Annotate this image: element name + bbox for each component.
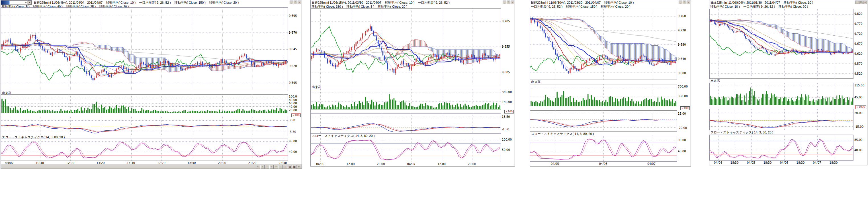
x-axis-label: 04/06 (316, 163, 324, 166)
macd-chart[interactable] (530, 110, 677, 132)
x-axis-label: 20:00 (468, 163, 476, 166)
axis-label: -1.50 (502, 128, 509, 131)
axis-label: 60.00 (289, 102, 297, 105)
axis-label: 100.0 (289, 95, 297, 98)
grid-toggle-icon[interactable]: ▦ (292, 165, 297, 169)
zoom-in-icon[interactable]: + (274, 165, 278, 169)
minimize-button[interactable]: _ (855, 1, 859, 4)
x-axis-label: 12:00 (346, 163, 354, 166)
price-chart[interactable] (709, 9, 854, 79)
mini-toolbar: ▼ × (1, 0, 32, 5)
axis-label: 40.00 (854, 148, 863, 152)
mini-window-titlebar[interactable] (1, 1, 9, 5)
axis-label: 9,620 (854, 52, 863, 55)
x-axis-label: 04/07 (647, 162, 656, 165)
scroll-end-icon[interactable]: » (270, 165, 274, 169)
restore-button[interactable]: □ (507, 1, 510, 4)
x-axis-label: 04/07 (5, 161, 14, 165)
axis-label: 9,600 (678, 71, 686, 75)
price-axis: 9,7609,7209,6809,6409,600 (677, 9, 690, 80)
axis-label: 9,595 (289, 81, 297, 84)
x-axis-label: 04/04 (714, 161, 722, 164)
axis-label: 9,645 (289, 48, 297, 51)
volume-chart[interactable] (709, 83, 854, 105)
axis-label: 9,605 (502, 71, 510, 74)
axis-label: 9,770 (854, 22, 863, 25)
volume-label: 出来高 (2, 91, 11, 95)
settings-icon[interactable]: ≡ (297, 165, 301, 169)
macd-chart[interactable] (1, 117, 288, 135)
volume-canvas (311, 89, 501, 109)
volume-chart[interactable] (311, 89, 501, 109)
time-axis: 04/0418:3004/0518:3004/0618:3004/0718:30 (709, 161, 867, 165)
window-controls: _□× (855, 1, 867, 4)
axis-label: 360.00 (502, 90, 512, 93)
window-controls: _□× (503, 1, 514, 4)
stoch-chart[interactable] (709, 135, 854, 161)
mini-close-button[interactable]: × (28, 1, 32, 5)
close-button[interactable]: × (510, 1, 514, 4)
macd-pane: 15.00-20.00 (530, 110, 690, 132)
macd-chart[interactable] (311, 113, 501, 134)
chart-window-15min: 日経225mini 11/06(15分), 2011/03/30 - 2011/… (310, 0, 515, 167)
restore-button[interactable]: □ (293, 1, 297, 4)
scroll-right-icon[interactable]: › (265, 165, 269, 169)
chevron-down-icon: ▼ (25, 1, 27, 4)
axis-label: 40.00 (289, 105, 297, 108)
period-selector-combobox[interactable]: ▼ (10, 1, 27, 4)
minimize-button[interactable]: _ (290, 1, 293, 4)
volume-canvas (530, 84, 677, 106)
close-button[interactable]: × (863, 1, 867, 4)
axis-label: 100.00 (502, 138, 512, 141)
axis-label: 85.00 (854, 138, 863, 141)
macd-canvas (311, 114, 501, 133)
price-chart[interactable] (311, 8, 501, 85)
axis-label: 9,820 (854, 12, 863, 16)
stoch-chart[interactable] (530, 136, 677, 162)
macd-canvas (1, 117, 288, 135)
price-canvas (1, 8, 288, 90)
stoch-label: スロー・ストキャスティクス( 14, 3, 80, 20 ) (2, 135, 65, 139)
axis-label: 80.00 (289, 99, 297, 102)
axis-label: 50.00 (502, 148, 510, 152)
stoch-label: スロー・ストキャスティクス( 14, 3, 80, 20 ) (312, 134, 374, 137)
axis-label: 160.00 (502, 100, 512, 103)
chart-window-titlebar[interactable]: 日経225mini 11/06(30分), 2011/03/30 - 2011/… (530, 0, 690, 9)
price-chart[interactable] (530, 9, 677, 80)
scroll-start-icon[interactable]: « (256, 165, 260, 169)
volume-multiplier-badge: ×100 (504, 110, 514, 113)
stoch-chart[interactable] (1, 139, 288, 161)
macd-chart[interactable] (709, 109, 854, 130)
axis-label: 9,695 (289, 14, 297, 17)
volume-axis: 100.080.0060.0040.0020.00 (288, 94, 302, 113)
zoom-out-icon[interactable]: − (279, 165, 283, 169)
chart-window-titlebar[interactable]: 日経225mini 11/06(15分), 2011/03/30 - 2011/… (311, 0, 515, 8)
axis-label: 9,640 (678, 57, 686, 60)
x-axis-label: 10:40 (36, 161, 44, 165)
axis-label: 40.00 (678, 149, 686, 153)
stoch-chart[interactable] (311, 138, 501, 162)
minimize-button[interactable]: _ (503, 1, 506, 4)
close-button[interactable]: × (298, 1, 301, 4)
bar-mode-icon[interactable]: ▤ (288, 165, 292, 169)
price-canvas (311, 8, 501, 85)
axis-label: 9,655 (502, 45, 510, 48)
restore-button[interactable]: □ (859, 1, 863, 4)
chart-title: 日経225mini 11/06( 5分), 2011/04/04 - 2011/… (2, 1, 297, 5)
volume-chart[interactable] (1, 94, 288, 113)
x-axis-label: 18:30 (830, 161, 838, 164)
price-chart[interactable] (1, 7, 288, 91)
volume-chart[interactable] (530, 84, 677, 106)
chart-window-titlebar[interactable]: 日経225mini 11/06( 5分), 2011/04/04 - 2011/… (1, 0, 302, 7)
close-button[interactable]: × (687, 1, 690, 4)
macd-canvas (710, 109, 853, 130)
candle-mode-icon[interactable]: ▯ (283, 165, 287, 169)
minimize-button[interactable]: _ (679, 1, 682, 4)
restore-button[interactable]: □ (683, 1, 686, 4)
price-canvas (530, 9, 677, 80)
macd-axis: 13.50-1.50 (501, 113, 515, 134)
scroll-left-icon[interactable]: ‹ (260, 165, 265, 169)
price-pane: 9,8209,7709,7209,6709,6209,5709,520 (709, 9, 867, 79)
chart-window-titlebar[interactable]: 日経225mini 11/06(60分), 2011/03/30 - 2011/… (709, 0, 867, 9)
price-pane: 9,7059,6559,605 (311, 8, 515, 85)
